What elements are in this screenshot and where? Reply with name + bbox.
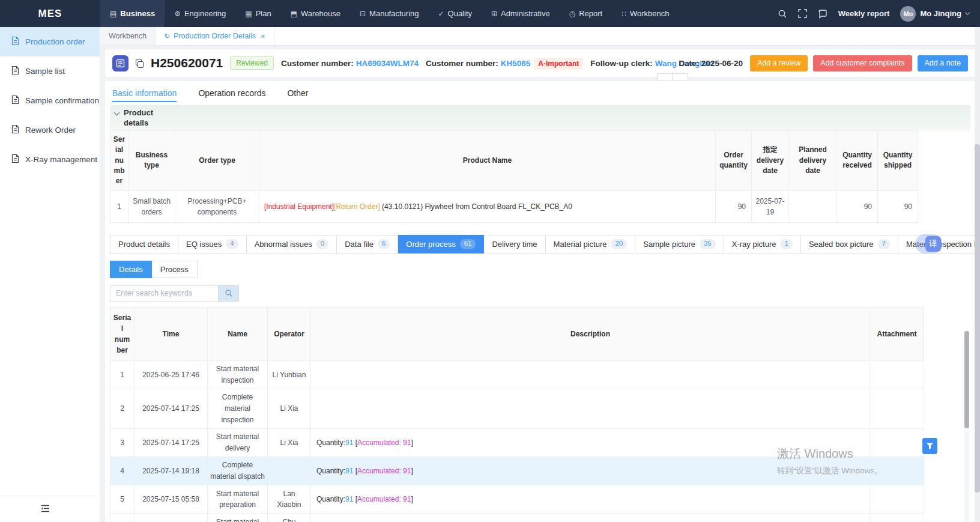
customer-number-2-value[interactable]: KH5065 [501, 59, 531, 68]
search-icon[interactable] [778, 9, 787, 19]
nav-item-warehouse[interactable]: ⬒Warehouse [281, 0, 350, 27]
sidebar-item-production-order[interactable]: Production order [0, 27, 100, 56]
nav-item-business[interactable]: ▤Business [100, 0, 165, 27]
table-row[interactable]: 12025-06-25 17:46Start material inspecti… [110, 360, 924, 389]
sidebar-item-rework-order[interactable]: Rework Order [0, 115, 100, 145]
nav-item-manufacturing[interactable]: ⊡Manufacturing [350, 0, 428, 27]
records-col-operator: Operator [268, 307, 311, 360]
count-badge: 61 [460, 239, 476, 249]
navbar-right: Weekly report Mo Mo Jinqing [778, 0, 980, 27]
business-icon: ▤ [110, 10, 116, 18]
nav-item-engineering[interactable]: ⚙Engineering [165, 0, 235, 27]
nav-item-administrative[interactable]: ⊞Administrative [482, 0, 560, 27]
cell-name: Start material preparation [208, 514, 268, 522]
tab-details[interactable]: Details [110, 261, 152, 278]
nav-item-label: Report [579, 9, 602, 18]
cell-attachment [870, 360, 924, 389]
count-badge: 0 [316, 239, 328, 249]
cell-attachment [870, 389, 924, 428]
copy-icon[interactable] [136, 59, 144, 68]
collapse-sidebar-icon[interactable] [41, 504, 50, 515]
table-scrollbar-thumb[interactable] [964, 331, 969, 428]
mini-pager-boxes[interactable] [657, 73, 688, 81]
search-input[interactable] [110, 285, 218, 302]
tab-product-details[interactable]: Product details [110, 235, 178, 253]
search-button[interactable] [218, 285, 239, 302]
close-icon[interactable]: × [261, 32, 265, 41]
product-table: Serial numberBusiness typeOrder typeProd… [110, 130, 918, 223]
add-note-button[interactable]: Add a note [918, 55, 968, 71]
tab-process[interactable]: Process [152, 261, 198, 278]
cell-serial: 1 [110, 190, 129, 222]
tab-other[interactable]: Other [287, 81, 308, 105]
nav-item-plan[interactable]: ▦Plan [235, 0, 280, 27]
translate-button[interactable]: 译 [925, 236, 941, 252]
sidebar-item-sample-confirmation-list[interactable]: Sample confirmation list [0, 86, 100, 115]
tab-eq-issues[interactable]: EQ issues4 [178, 235, 247, 253]
table-scrollbar[interactable] [964, 330, 969, 522]
tab-delivery-time[interactable]: Delivery time [484, 235, 545, 253]
tab-material-picture[interactable]: Material picture20 [546, 235, 636, 253]
add-customer-complaints-button[interactable]: Add customer complaints [813, 55, 912, 71]
filter-button[interactable] [922, 438, 937, 454]
tab-basic-information[interactable]: Basic information [112, 81, 177, 105]
weekly-report-link[interactable]: Weekly report [838, 9, 890, 18]
sidebar-item-sample-list[interactable]: Sample list [0, 56, 100, 86]
table-row[interactable]: 52025-07-15 05:58Start material preparat… [110, 485, 924, 514]
sidebar-footer [0, 496, 100, 522]
tab-abnormal-issues[interactable]: Abnormal issues0 [247, 235, 337, 253]
tab-sealed-box-picture[interactable]: Sealed box picture7 [801, 235, 898, 253]
table-row[interactable]: 32025-07-14 17:25Start material delivery… [110, 428, 924, 457]
description-segment: Quantity: [316, 439, 345, 447]
table-row[interactable]: 22025-07-14 17:25Complete material inspe… [110, 389, 924, 428]
cell-attachment [870, 457, 924, 485]
cell-appointed-delivery-date: 2025-07-19 [752, 190, 789, 222]
document-icon [11, 154, 20, 165]
customer-number-1: Customer number:HA69034WLM74 [281, 59, 419, 68]
detail-tabs: Product detailsEQ issues4Abnormal issues… [110, 235, 970, 253]
records-table-wrap: Serial numberTimeNameOperatorDescription… [110, 307, 970, 522]
product-col-quantity-shipped: Quantity shipped [878, 130, 918, 190]
cell-operator [268, 457, 311, 485]
main-menu: ▤Business⚙Engineering▦Plan⬒Warehouse⊡Man… [100, 0, 679, 27]
count-badge: 1 [780, 239, 792, 249]
table-row[interactable]: 42025-07-14 19:18Complete material dispa… [110, 457, 924, 485]
tab-data-file[interactable]: Data file6 [337, 235, 398, 253]
tab-sample-picture[interactable]: Sample picture35 [635, 235, 724, 253]
nav-item-report[interactable]: ◷Report [560, 0, 612, 27]
user-menu[interactable]: Mo Mo Jinqing [900, 6, 969, 22]
refresh-icon[interactable]: ↻ [164, 32, 170, 40]
detail-tab-label: Sealed box picture [809, 240, 874, 249]
page-scrollbar-thumb[interactable] [975, 144, 980, 493]
page-scrollbar[interactable] [975, 27, 980, 522]
product-details-section-header[interactable]: Product details [110, 105, 970, 130]
add-review-button[interactable]: Add a review [750, 55, 808, 71]
detail-tab-label: Material picture [554, 240, 607, 249]
cell-description: Quantity:91 [Accumulated: 91] [311, 485, 870, 514]
product-details-title: Product details [124, 108, 168, 129]
count-badge: 6 [378, 239, 390, 249]
warehouse-icon: ⬒ [291, 10, 297, 18]
top-navbar: MES ▤Business⚙Engineering▦Plan⬒Warehouse… [0, 0, 980, 27]
page-tab-workbench[interactable]: Workbench [100, 27, 156, 45]
page-tab-label: Workbench [109, 32, 147, 40]
product-table-row[interactable]: 1Small batch ordersProcessing+PCB+ compo… [110, 190, 918, 222]
tab-operation-records[interactable]: Operation records [198, 81, 265, 105]
sidebar-item-label: X-Ray management [25, 155, 97, 164]
product-table-header-row: Serial numberBusiness typeOrder typeProd… [110, 130, 918, 190]
tab-x-ray-picture[interactable]: X-ray picture1 [724, 235, 801, 253]
page-tabstrip: Workbench↻Production Order Details× [100, 27, 980, 46]
table-row[interactable]: 62025-07-15 06:49Start material preparat… [110, 514, 924, 522]
nav-item-quality[interactable]: ✓Quality [428, 0, 482, 27]
cell-name: Complete material dispatch [208, 457, 268, 485]
nav-item-workbench[interactable]: ∷Workbench [612, 0, 679, 27]
cell-business-type: Small batch orders [129, 190, 175, 222]
fullscreen-icon[interactable] [798, 9, 807, 18]
tab-order-process[interactable]: Order process61 [398, 235, 484, 253]
sidebar-item-x-ray-management[interactable]: X-Ray management [0, 145, 100, 174]
page-tab-production-order-details[interactable]: ↻Production Order Details× [156, 27, 274, 45]
cell-attachment [870, 485, 924, 514]
customer-number-1-value[interactable]: HA69034WLM74 [356, 59, 419, 68]
message-icon[interactable] [818, 9, 827, 19]
sidebar-item-label: Production order [25, 37, 85, 46]
